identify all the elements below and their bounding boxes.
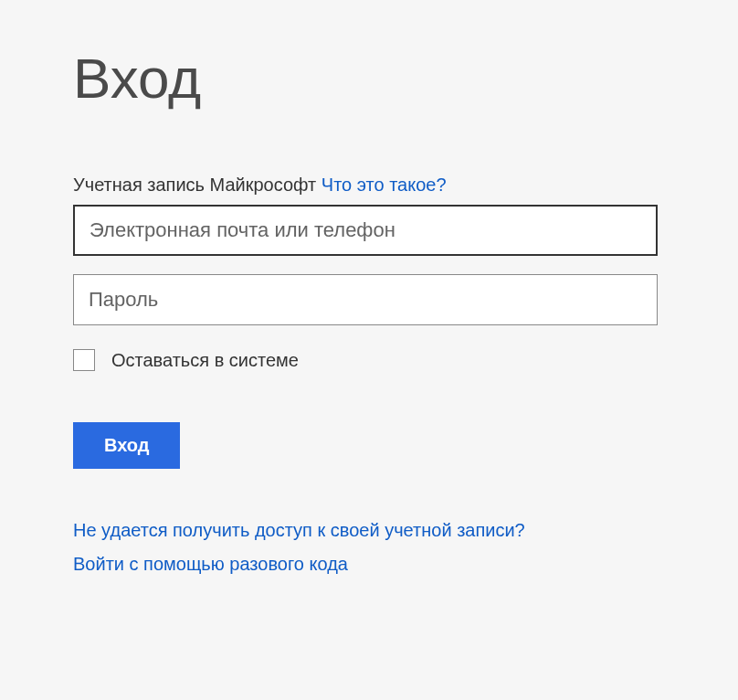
password-field[interactable] bbox=[73, 274, 658, 325]
stay-signed-in-checkbox[interactable] bbox=[73, 349, 95, 371]
email-field[interactable] bbox=[73, 205, 658, 256]
account-label-row: Учетная запись Майкрософт Что это такое? bbox=[73, 175, 658, 196]
sign-in-button[interactable]: Вход bbox=[73, 422, 180, 469]
one-time-code-link[interactable]: Войти с помощью разового кода bbox=[73, 554, 658, 575]
what-is-this-link[interactable]: Что это такое? bbox=[322, 175, 447, 195]
login-form: Вход Учетная запись Майкрософт Что это т… bbox=[73, 46, 658, 575]
stay-signed-in-row: Оставаться в системе bbox=[73, 349, 658, 371]
page-title: Вход bbox=[73, 46, 658, 111]
help-links: Не удается получить доступ к своей учетн… bbox=[73, 520, 658, 575]
account-label: Учетная запись Майкрософт bbox=[73, 175, 316, 195]
cant-access-account-link[interactable]: Не удается получить доступ к своей учетн… bbox=[73, 520, 658, 541]
stay-signed-in-label[interactable]: Оставаться в системе bbox=[111, 350, 299, 371]
